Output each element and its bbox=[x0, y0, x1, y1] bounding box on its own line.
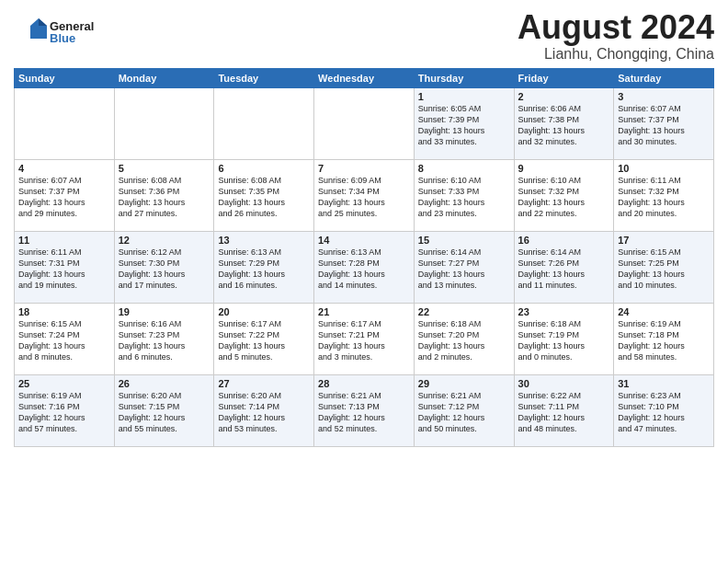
day-info: Sunrise: 6:07 AM Sunset: 7:37 PM Dayligh… bbox=[18, 175, 110, 220]
day-cell: 11Sunrise: 6:11 AM Sunset: 7:31 PM Dayli… bbox=[15, 231, 115, 303]
weekday-row: SundayMondayTuesdayWednesdayThursdayFrid… bbox=[15, 68, 714, 87]
day-cell: 21Sunrise: 6:17 AM Sunset: 7:21 PM Dayli… bbox=[314, 303, 415, 374]
day-cell: 18Sunrise: 6:15 AM Sunset: 7:24 PM Dayli… bbox=[15, 303, 115, 374]
day-cell: 17Sunrise: 6:15 AM Sunset: 7:25 PM Dayli… bbox=[614, 231, 714, 303]
day-cell bbox=[214, 87, 314, 159]
day-info: Sunrise: 6:12 AM Sunset: 7:30 PM Dayligh… bbox=[119, 247, 210, 292]
day-number: 21 bbox=[318, 306, 410, 317]
day-number: 23 bbox=[518, 306, 610, 317]
day-number: 9 bbox=[518, 163, 610, 174]
location: Lianhu, Chongqing, China bbox=[14, 46, 714, 63]
day-info: Sunrise: 6:14 AM Sunset: 7:26 PM Dayligh… bbox=[518, 247, 610, 292]
day-cell: 22Sunrise: 6:18 AM Sunset: 7:20 PM Dayli… bbox=[414, 303, 514, 374]
day-cell: 28Sunrise: 6:21 AM Sunset: 7:13 PM Dayli… bbox=[314, 374, 415, 446]
day-info: Sunrise: 6:17 AM Sunset: 7:22 PM Dayligh… bbox=[218, 318, 310, 363]
day-info: Sunrise: 6:13 AM Sunset: 7:29 PM Dayligh… bbox=[218, 247, 310, 292]
day-number: 6 bbox=[218, 163, 310, 174]
day-info: Sunrise: 6:19 AM Sunset: 7:18 PM Dayligh… bbox=[618, 318, 710, 363]
day-info: Sunrise: 6:06 AM Sunset: 7:38 PM Dayligh… bbox=[518, 103, 610, 148]
logo: General Blue bbox=[30, 20, 94, 44]
day-number: 3 bbox=[618, 91, 710, 102]
day-cell: 4Sunrise: 6:07 AM Sunset: 7:37 PM Daylig… bbox=[15, 159, 115, 231]
day-number: 26 bbox=[119, 378, 210, 389]
day-cell: 10Sunrise: 6:11 AM Sunset: 7:32 PM Dayli… bbox=[614, 159, 714, 231]
day-number: 27 bbox=[218, 378, 310, 389]
calendar-table: SundayMondayTuesdayWednesdayThursdayFrid… bbox=[14, 68, 714, 447]
logo-text: General Blue bbox=[50, 20, 94, 44]
day-number: 22 bbox=[418, 306, 510, 317]
day-cell: 16Sunrise: 6:14 AM Sunset: 7:26 PM Dayli… bbox=[514, 231, 614, 303]
day-cell: 9Sunrise: 6:10 AM Sunset: 7:32 PM Daylig… bbox=[514, 159, 614, 231]
day-info: Sunrise: 6:13 AM Sunset: 7:28 PM Dayligh… bbox=[318, 247, 410, 292]
day-info: Sunrise: 6:10 AM Sunset: 7:33 PM Dayligh… bbox=[418, 175, 510, 220]
day-number: 12 bbox=[119, 235, 210, 246]
day-cell: 12Sunrise: 6:12 AM Sunset: 7:30 PM Dayli… bbox=[114, 231, 214, 303]
day-info: Sunrise: 6:09 AM Sunset: 7:34 PM Dayligh… bbox=[318, 175, 410, 220]
day-number: 25 bbox=[18, 378, 110, 389]
calendar-header: SundayMondayTuesdayWednesdayThursdayFrid… bbox=[15, 68, 714, 87]
day-info: Sunrise: 6:19 AM Sunset: 7:16 PM Dayligh… bbox=[18, 390, 110, 435]
day-cell: 29Sunrise: 6:21 AM Sunset: 7:12 PM Dayli… bbox=[414, 374, 514, 446]
day-cell bbox=[114, 87, 214, 159]
day-cell bbox=[314, 87, 415, 159]
day-number: 14 bbox=[318, 235, 410, 246]
weekday-header-sunday: Sunday bbox=[15, 68, 115, 87]
day-cell: 2Sunrise: 6:06 AM Sunset: 7:38 PM Daylig… bbox=[514, 87, 614, 159]
day-cell: 13Sunrise: 6:13 AM Sunset: 7:29 PM Dayli… bbox=[214, 231, 314, 303]
day-cell: 30Sunrise: 6:22 AM Sunset: 7:11 PM Dayli… bbox=[514, 374, 614, 446]
day-number: 13 bbox=[218, 235, 310, 246]
day-info: Sunrise: 6:21 AM Sunset: 7:12 PM Dayligh… bbox=[418, 390, 510, 435]
day-cell: 3Sunrise: 6:07 AM Sunset: 7:37 PM Daylig… bbox=[614, 87, 714, 159]
day-number: 16 bbox=[518, 235, 610, 246]
day-cell: 8Sunrise: 6:10 AM Sunset: 7:33 PM Daylig… bbox=[414, 159, 514, 231]
day-number: 11 bbox=[18, 235, 110, 246]
weekday-header-friday: Friday bbox=[514, 68, 614, 87]
day-info: Sunrise: 6:16 AM Sunset: 7:23 PM Dayligh… bbox=[119, 318, 210, 363]
day-cell: 5Sunrise: 6:08 AM Sunset: 7:36 PM Daylig… bbox=[114, 159, 214, 231]
day-number: 5 bbox=[119, 163, 210, 174]
day-info: Sunrise: 6:10 AM Sunset: 7:32 PM Dayligh… bbox=[518, 175, 610, 220]
month-title: August 2024 bbox=[14, 9, 714, 46]
day-cell bbox=[15, 87, 115, 159]
weekday-header-wednesday: Wednesday bbox=[314, 68, 415, 87]
day-info: Sunrise: 6:08 AM Sunset: 7:36 PM Dayligh… bbox=[119, 175, 210, 220]
day-number: 20 bbox=[218, 306, 310, 317]
day-number: 24 bbox=[618, 306, 710, 317]
day-info: Sunrise: 6:18 AM Sunset: 7:19 PM Dayligh… bbox=[518, 318, 610, 363]
day-number: 29 bbox=[418, 378, 510, 389]
day-cell: 26Sunrise: 6:20 AM Sunset: 7:15 PM Dayli… bbox=[114, 374, 214, 446]
day-info: Sunrise: 6:15 AM Sunset: 7:25 PM Dayligh… bbox=[618, 247, 710, 292]
day-number: 15 bbox=[418, 235, 510, 246]
day-number: 10 bbox=[618, 163, 710, 174]
day-info: Sunrise: 6:23 AM Sunset: 7:10 PM Dayligh… bbox=[618, 390, 710, 435]
weekday-header-saturday: Saturday bbox=[614, 68, 714, 87]
day-number: 7 bbox=[318, 163, 410, 174]
day-info: Sunrise: 6:20 AM Sunset: 7:15 PM Dayligh… bbox=[119, 390, 210, 435]
day-info: Sunrise: 6:07 AM Sunset: 7:37 PM Dayligh… bbox=[618, 103, 710, 148]
day-info: Sunrise: 6:05 AM Sunset: 7:39 PM Dayligh… bbox=[418, 103, 510, 148]
week-row-3: 11Sunrise: 6:11 AM Sunset: 7:31 PM Dayli… bbox=[15, 231, 714, 303]
day-number: 28 bbox=[318, 378, 410, 389]
day-number: 1 bbox=[418, 91, 510, 102]
day-cell: 19Sunrise: 6:16 AM Sunset: 7:23 PM Dayli… bbox=[114, 303, 214, 374]
day-info: Sunrise: 6:08 AM Sunset: 7:35 PM Dayligh… bbox=[218, 175, 310, 220]
calendar-body: 1Sunrise: 6:05 AM Sunset: 7:39 PM Daylig… bbox=[15, 87, 714, 446]
day-info: Sunrise: 6:14 AM Sunset: 7:27 PM Dayligh… bbox=[418, 247, 510, 292]
logo-blue-text: Blue bbox=[50, 32, 94, 44]
day-cell: 20Sunrise: 6:17 AM Sunset: 7:22 PM Dayli… bbox=[214, 303, 314, 374]
day-info: Sunrise: 6:11 AM Sunset: 7:31 PM Dayligh… bbox=[18, 247, 110, 292]
day-number: 30 bbox=[518, 378, 610, 389]
day-cell: 15Sunrise: 6:14 AM Sunset: 7:27 PM Dayli… bbox=[414, 231, 514, 303]
day-number: 18 bbox=[18, 306, 110, 317]
header-right: August 2024 Lianhu, Chongqing, China bbox=[14, 9, 714, 63]
day-cell: 6Sunrise: 6:08 AM Sunset: 7:35 PM Daylig… bbox=[214, 159, 314, 231]
week-row-4: 18Sunrise: 6:15 AM Sunset: 7:24 PM Dayli… bbox=[15, 303, 714, 374]
day-info: Sunrise: 6:20 AM Sunset: 7:14 PM Dayligh… bbox=[218, 390, 310, 435]
week-row-1: 1Sunrise: 6:05 AM Sunset: 7:39 PM Daylig… bbox=[15, 87, 714, 159]
top-section: General Blue August 2024 Lianhu, Chongqi… bbox=[14, 9, 714, 63]
weekday-header-monday: Monday bbox=[114, 68, 214, 87]
week-row-2: 4Sunrise: 6:07 AM Sunset: 7:37 PM Daylig… bbox=[15, 159, 714, 231]
day-info: Sunrise: 6:15 AM Sunset: 7:24 PM Dayligh… bbox=[18, 318, 110, 363]
day-number: 4 bbox=[18, 163, 110, 174]
day-number: 17 bbox=[618, 235, 710, 246]
